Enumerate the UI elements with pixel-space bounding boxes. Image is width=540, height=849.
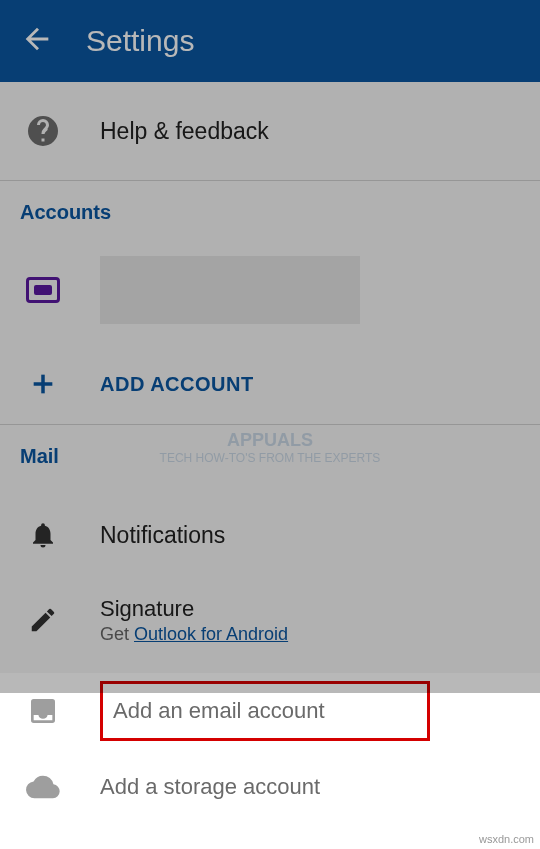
outlook-android-link[interactable]: Outlook for Android	[134, 624, 288, 644]
add-storage-account-label: Add a storage account	[100, 774, 320, 800]
back-arrow-icon[interactable]	[20, 22, 54, 60]
signature-block: Signature Get Outlook for Android	[100, 596, 288, 645]
inbox-icon	[20, 695, 66, 727]
account-email-redacted	[100, 256, 360, 324]
add-storage-account-row[interactable]: Add a storage account	[0, 749, 540, 825]
notifications-label: Notifications	[100, 522, 225, 549]
help-icon	[20, 113, 66, 149]
plus-icon	[20, 370, 66, 398]
add-account-label: ADD ACCOUNT	[100, 373, 254, 396]
accounts-section-header: Accounts	[0, 181, 540, 236]
mail-section-header: Mail	[0, 425, 540, 480]
notifications-row[interactable]: Notifications	[0, 490, 540, 580]
bell-icon	[20, 520, 66, 550]
pencil-icon	[20, 605, 66, 635]
page-title: Settings	[86, 24, 194, 58]
account-row[interactable]	[0, 236, 540, 344]
help-feedback-row[interactable]: Help & feedback	[0, 82, 540, 180]
help-feedback-label: Help & feedback	[100, 118, 269, 145]
highlight-box: Add an email account	[100, 681, 430, 741]
yahoo-mail-icon	[20, 277, 66, 303]
signature-title: Signature	[100, 596, 288, 622]
signature-subtitle: Get Outlook for Android	[100, 624, 288, 645]
cloud-icon	[20, 770, 66, 804]
signature-prefix: Get	[100, 624, 134, 644]
bottom-sheet: Add an email account Add a storage accou…	[0, 673, 540, 825]
add-account-row[interactable]: ADD ACCOUNT	[0, 344, 540, 424]
app-bar: Settings	[0, 0, 540, 82]
signature-row[interactable]: Signature Get Outlook for Android	[0, 580, 540, 660]
add-email-account-row[interactable]: Add an email account	[0, 673, 540, 749]
add-email-account-label: Add an email account	[113, 698, 325, 723]
source-watermark: wsxdn.com	[479, 833, 534, 845]
